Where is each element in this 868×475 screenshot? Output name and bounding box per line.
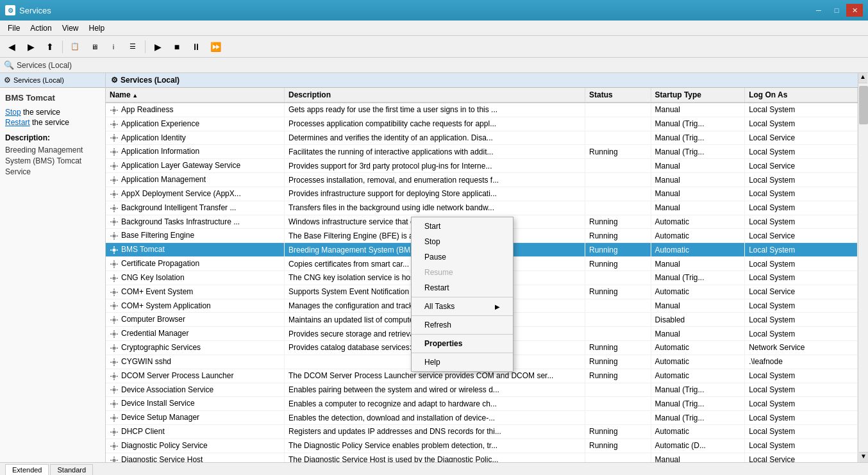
context-menu-item-refresh[interactable]: Refresh xyxy=(412,317,513,333)
svg-point-90 xyxy=(112,360,115,363)
table-row[interactable]: Device Association ServiceEnables pairin… xyxy=(106,383,858,397)
scroll-up-button[interactable]: ▲ xyxy=(858,73,867,83)
context-menu-item-help[interactable]: Help xyxy=(412,354,513,370)
stop-action[interactable]: Stop the service xyxy=(5,108,100,117)
cell-logon: Local System xyxy=(745,243,858,257)
cell-startup: Manual xyxy=(651,257,745,271)
scroll-thumb[interactable] xyxy=(859,86,868,124)
cell-description: The Diagnostic Policy Service enables pr… xyxy=(284,438,585,453)
cell-status xyxy=(585,327,651,341)
cell-description: Provides support for 3rd party protocol … xyxy=(284,159,585,173)
cell-logon: Local System xyxy=(745,383,858,397)
props-button[interactable]: ☰ xyxy=(124,38,142,55)
table-row[interactable]: DHCP ClientRegisters and updates IP addr… xyxy=(106,425,858,439)
table-row[interactable]: Device Setup ManagerEnables the detectio… xyxy=(106,411,858,425)
col-header-description[interactable]: Description xyxy=(284,88,585,103)
table-row[interactable]: Diagnostic Service HostThe Diagnostic Se… xyxy=(106,453,858,462)
address-bar: 🔍 Services (Local) xyxy=(0,58,868,73)
tab-standard[interactable]: Standard xyxy=(50,464,93,475)
description-label: Description: xyxy=(5,133,100,142)
cell-logon: .\leafnode xyxy=(745,354,858,369)
start-service-button[interactable]: ▶ xyxy=(149,38,167,55)
forward-button[interactable]: ▶ xyxy=(22,38,40,55)
svg-rect-81 xyxy=(113,330,115,332)
svg-rect-18 xyxy=(110,151,112,153)
svg-rect-22 xyxy=(113,169,115,171)
cell-name: DHCP Client xyxy=(106,425,284,439)
show-hide-button[interactable]: 📋 xyxy=(66,38,84,55)
menu-help[interactable]: Help xyxy=(84,22,110,34)
col-header-logon[interactable]: Log On As xyxy=(745,88,858,103)
col-header-name[interactable]: Name xyxy=(106,88,284,103)
svg-rect-54 xyxy=(117,249,119,251)
svg-point-15 xyxy=(112,151,115,154)
svg-point-125 xyxy=(112,458,115,462)
restart-action[interactable]: Restart the service xyxy=(5,118,100,127)
menu-view[interactable]: View xyxy=(57,22,84,34)
menu-action[interactable]: Action xyxy=(25,22,56,34)
col-header-startup[interactable]: Startup Type xyxy=(651,88,745,103)
tab-extended[interactable]: Extended xyxy=(5,464,49,475)
context-menu-item-label: Pause xyxy=(424,253,446,262)
cell-status: Running xyxy=(585,438,651,453)
context-menu-item-stop[interactable]: Stop xyxy=(412,234,513,249)
console-button[interactable]: 🖥 xyxy=(85,38,103,55)
table-row[interactable]: Application IdentityDetermines and verif… xyxy=(106,131,858,145)
cell-status xyxy=(585,131,651,145)
context-menu-item-label: Resume xyxy=(424,268,453,277)
svg-rect-94 xyxy=(117,362,119,363)
svg-rect-108 xyxy=(110,403,112,404)
context-menu-item-pause[interactable]: Pause xyxy=(412,249,513,265)
table-row[interactable]: Application InformationFacilitates the r… xyxy=(106,145,858,159)
stop-link[interactable]: Stop xyxy=(5,108,21,117)
restart-service-button[interactable]: ⏩ xyxy=(206,38,224,55)
right-panel-title: Services (Local) xyxy=(121,76,179,85)
svg-rect-89 xyxy=(117,347,119,349)
table-row[interactable]: Application ExperienceProcesses applicat… xyxy=(106,117,858,131)
svg-point-50 xyxy=(112,248,115,251)
scrollbar[interactable]: ▲ ▼ xyxy=(858,73,868,462)
svg-rect-51 xyxy=(113,246,115,248)
restart-link[interactable]: Restart xyxy=(5,118,30,127)
mmc-button[interactable]: i xyxy=(104,38,122,55)
svg-rect-79 xyxy=(117,319,119,321)
table-row[interactable]: Device Install ServiceEnables a computer… xyxy=(106,397,858,411)
stop-service-button[interactable]: ■ xyxy=(168,38,186,55)
cell-logon: Local Service xyxy=(745,453,858,462)
svg-rect-78 xyxy=(110,319,112,321)
scroll-down-button[interactable]: ▼ xyxy=(859,452,868,462)
restore-button[interactable]: □ xyxy=(828,4,845,17)
col-header-status[interactable]: Status xyxy=(585,88,651,103)
svg-point-105 xyxy=(112,403,115,406)
table-row[interactable]: Diagnostic Policy ServiceThe Diagnostic … xyxy=(106,438,858,453)
back-button[interactable]: ◀ xyxy=(3,38,21,55)
cell-name: Device Association Service xyxy=(106,383,284,397)
table-row[interactable]: AppX Deployment Service (AppX...Provides… xyxy=(106,187,858,201)
svg-rect-63 xyxy=(110,278,112,279)
close-button[interactable]: ✕ xyxy=(846,4,863,17)
svg-rect-84 xyxy=(117,333,119,335)
svg-rect-106 xyxy=(113,400,115,402)
svg-point-45 xyxy=(112,235,115,238)
svg-rect-37 xyxy=(113,210,115,212)
table-row[interactable]: Application ManagementProcesses installa… xyxy=(106,173,858,187)
cell-startup: Manual (Trig... xyxy=(651,397,745,411)
cell-status xyxy=(585,201,651,215)
svg-point-80 xyxy=(112,332,115,335)
context-menu-item-start[interactable]: Start xyxy=(412,219,513,234)
minimize-button[interactable]: ─ xyxy=(810,4,827,17)
cell-startup: Manual (Trig... xyxy=(651,383,745,397)
context-menu-item-restart[interactable]: Restart xyxy=(412,280,513,296)
menu-file[interactable]: File xyxy=(3,22,25,34)
svg-rect-91 xyxy=(113,358,115,360)
context-menu-item-properties[interactable]: Properties xyxy=(412,336,513,351)
table-row[interactable]: App ReadinessGets apps ready for use the… xyxy=(106,103,858,117)
table-row[interactable]: Application Layer Gateway ServiceProvide… xyxy=(106,159,858,173)
svg-rect-76 xyxy=(113,316,115,318)
up-button[interactable]: ⬆ xyxy=(41,38,59,55)
svg-rect-48 xyxy=(110,235,112,237)
pause-service-button[interactable]: ⏸ xyxy=(187,38,205,55)
table-row[interactable]: Background Intelligent Transfer ...Trans… xyxy=(106,201,858,215)
context-menu-item-all-tasks[interactable]: All Tasks▶ xyxy=(412,299,513,314)
cell-status xyxy=(585,383,651,397)
